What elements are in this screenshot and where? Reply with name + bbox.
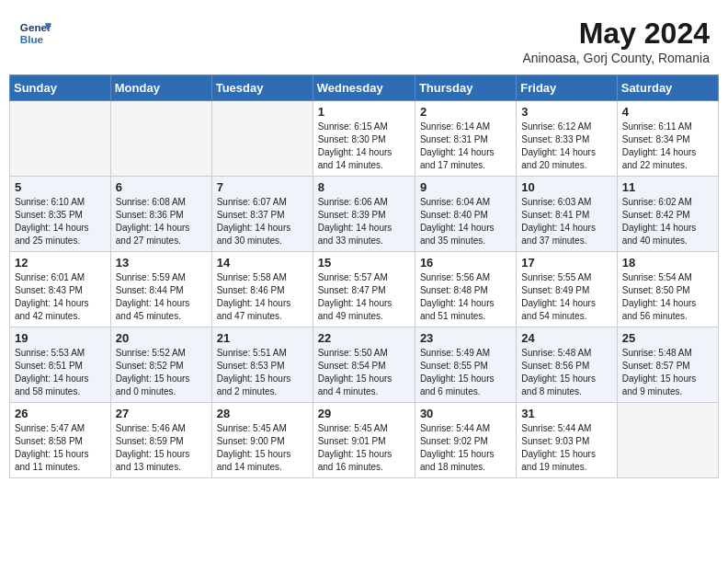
- calendar-day-cell: 13Sunrise: 5:59 AM Sunset: 8:44 PM Dayli…: [110, 252, 211, 327]
- day-number: 5: [15, 180, 106, 194]
- calendar-day-cell: 15Sunrise: 5:57 AM Sunset: 8:47 PM Dayli…: [313, 252, 415, 327]
- day-info: Sunrise: 6:07 AM Sunset: 8:37 PM Dayligh…: [217, 196, 308, 247]
- day-number: 31: [521, 407, 611, 420]
- day-number: 25: [622, 331, 713, 345]
- weekday-header: Friday: [517, 75, 617, 101]
- day-info: Sunrise: 5:50 AM Sunset: 8:54 PM Dayligh…: [318, 347, 410, 398]
- day-info: Sunrise: 5:55 AM Sunset: 8:49 PM Dayligh…: [521, 271, 611, 323]
- day-number: 21: [217, 331, 308, 345]
- day-info: Sunrise: 6:08 AM Sunset: 8:36 PM Dayligh…: [116, 196, 207, 247]
- day-number: 30: [420, 407, 511, 420]
- day-info: Sunrise: 5:44 AM Sunset: 9:03 PM Dayligh…: [521, 422, 611, 474]
- calendar-day-cell: 22Sunrise: 5:50 AM Sunset: 8:54 PM Dayli…: [313, 327, 415, 403]
- calendar-day-cell: 18Sunrise: 5:54 AM Sunset: 8:50 PM Dayli…: [617, 252, 718, 327]
- day-info: Sunrise: 6:10 AM Sunset: 8:35 PM Dayligh…: [15, 196, 106, 247]
- logo: General Blue: [18, 17, 51, 50]
- day-info: Sunrise: 5:47 AM Sunset: 8:58 PM Dayligh…: [15, 422, 106, 474]
- calendar-week-row: 5Sunrise: 6:10 AM Sunset: 8:35 PM Daylig…: [10, 177, 719, 252]
- day-number: 13: [116, 256, 207, 270]
- calendar-day-cell: 12Sunrise: 6:01 AM Sunset: 8:43 PM Dayli…: [10, 252, 111, 327]
- calendar-day-cell: 4Sunrise: 6:11 AM Sunset: 8:34 PM Daylig…: [617, 101, 718, 177]
- day-info: Sunrise: 5:46 AM Sunset: 8:59 PM Dayligh…: [116, 422, 207, 474]
- weekday-header: Saturday: [617, 75, 718, 101]
- weekday-header: Tuesday: [211, 75, 313, 101]
- day-number: 16: [420, 256, 511, 270]
- day-info: Sunrise: 6:06 AM Sunset: 8:39 PM Dayligh…: [318, 196, 410, 247]
- calendar-day-cell: 10Sunrise: 6:03 AM Sunset: 8:41 PM Dayli…: [517, 177, 617, 252]
- day-info: Sunrise: 5:44 AM Sunset: 9:02 PM Dayligh…: [420, 422, 511, 474]
- day-number: 20: [116, 331, 207, 345]
- calendar-day-cell: [617, 403, 718, 478]
- calendar-day-cell: 25Sunrise: 5:48 AM Sunset: 8:57 PM Dayli…: [617, 327, 718, 403]
- weekday-header: Thursday: [415, 75, 516, 101]
- calendar-day-cell: 21Sunrise: 5:51 AM Sunset: 8:53 PM Dayli…: [211, 327, 313, 403]
- day-info: Sunrise: 5:56 AM Sunset: 8:48 PM Dayligh…: [420, 271, 511, 323]
- day-info: Sunrise: 6:02 AM Sunset: 8:42 PM Dayligh…: [622, 196, 713, 247]
- calendar-day-cell: [110, 101, 211, 177]
- day-info: Sunrise: 5:45 AM Sunset: 9:01 PM Dayligh…: [318, 422, 410, 474]
- month-title: May 2024: [522, 17, 710, 51]
- day-info: Sunrise: 5:45 AM Sunset: 9:00 PM Dayligh…: [217, 422, 308, 474]
- day-number: 26: [15, 407, 106, 420]
- calendar-day-cell: 17Sunrise: 5:55 AM Sunset: 8:49 PM Dayli…: [517, 252, 617, 327]
- calendar-day-cell: 30Sunrise: 5:44 AM Sunset: 9:02 PM Dayli…: [415, 403, 516, 478]
- day-info: Sunrise: 5:49 AM Sunset: 8:55 PM Dayligh…: [420, 347, 511, 398]
- day-info: Sunrise: 5:51 AM Sunset: 8:53 PM Dayligh…: [217, 347, 308, 398]
- calendar-day-cell: 3Sunrise: 6:12 AM Sunset: 8:33 PM Daylig…: [517, 101, 617, 177]
- calendar-day-cell: 20Sunrise: 5:52 AM Sunset: 8:52 PM Dayli…: [110, 327, 211, 403]
- weekday-header: Sunday: [10, 75, 111, 101]
- day-number: 27: [116, 407, 207, 420]
- day-number: 17: [521, 256, 611, 270]
- day-number: 14: [217, 256, 308, 270]
- day-info: Sunrise: 5:52 AM Sunset: 8:52 PM Dayligh…: [116, 347, 207, 398]
- day-info: Sunrise: 5:58 AM Sunset: 8:46 PM Dayligh…: [217, 271, 308, 323]
- calendar-week-row: 1Sunrise: 6:15 AM Sunset: 8:30 PM Daylig…: [10, 101, 719, 177]
- day-number: 23: [420, 331, 511, 345]
- day-info: Sunrise: 5:48 AM Sunset: 8:57 PM Dayligh…: [622, 347, 713, 398]
- calendar-week-row: 19Sunrise: 5:53 AM Sunset: 8:51 PM Dayli…: [10, 327, 719, 403]
- calendar-day-cell: 5Sunrise: 6:10 AM Sunset: 8:35 PM Daylig…: [10, 177, 111, 252]
- day-number: 8: [318, 180, 410, 194]
- day-info: Sunrise: 6:11 AM Sunset: 8:34 PM Dayligh…: [622, 121, 713, 172]
- day-number: 12: [15, 256, 106, 270]
- calendar-day-cell: 26Sunrise: 5:47 AM Sunset: 8:58 PM Dayli…: [10, 403, 111, 478]
- day-number: 4: [622, 105, 713, 119]
- calendar-day-cell: [211, 101, 313, 177]
- calendar-day-cell: 6Sunrise: 6:08 AM Sunset: 8:36 PM Daylig…: [110, 177, 211, 252]
- calendar-day-cell: 31Sunrise: 5:44 AM Sunset: 9:03 PM Dayli…: [517, 403, 617, 478]
- day-number: 22: [318, 331, 410, 345]
- calendar-day-cell: 23Sunrise: 5:49 AM Sunset: 8:55 PM Dayli…: [415, 327, 516, 403]
- day-number: 7: [217, 180, 308, 194]
- calendar-day-cell: 1Sunrise: 6:15 AM Sunset: 8:30 PM Daylig…: [313, 101, 415, 177]
- day-info: Sunrise: 5:54 AM Sunset: 8:50 PM Dayligh…: [622, 271, 713, 323]
- day-info: Sunrise: 6:15 AM Sunset: 8:30 PM Dayligh…: [318, 121, 410, 172]
- calendar-day-cell: 16Sunrise: 5:56 AM Sunset: 8:48 PM Dayli…: [415, 252, 516, 327]
- calendar-day-cell: 14Sunrise: 5:58 AM Sunset: 8:46 PM Dayli…: [211, 252, 313, 327]
- day-number: 11: [622, 180, 713, 194]
- page-header: General Blue May 2024 Aninoasa, Gorj Cou…: [9, 9, 719, 69]
- day-number: 3: [521, 105, 611, 119]
- day-number: 9: [420, 180, 511, 194]
- day-info: Sunrise: 6:14 AM Sunset: 8:31 PM Dayligh…: [420, 121, 511, 172]
- day-info: Sunrise: 6:01 AM Sunset: 8:43 PM Dayligh…: [15, 271, 106, 323]
- calendar-week-row: 12Sunrise: 6:01 AM Sunset: 8:43 PM Dayli…: [10, 252, 719, 327]
- day-info: Sunrise: 5:53 AM Sunset: 8:51 PM Dayligh…: [15, 347, 106, 398]
- day-info: Sunrise: 6:12 AM Sunset: 8:33 PM Dayligh…: [521, 121, 611, 172]
- day-info: Sunrise: 6:04 AM Sunset: 8:40 PM Dayligh…: [420, 196, 511, 247]
- day-number: 19: [15, 331, 106, 345]
- logo-icon: General Blue: [18, 17, 51, 50]
- calendar-day-cell: 29Sunrise: 5:45 AM Sunset: 9:01 PM Dayli…: [313, 403, 415, 478]
- location-subtitle: Aninoasa, Gorj County, Romania: [522, 51, 710, 65]
- calendar-day-cell: 7Sunrise: 6:07 AM Sunset: 8:37 PM Daylig…: [211, 177, 313, 252]
- day-number: 15: [318, 256, 410, 270]
- day-info: Sunrise: 6:03 AM Sunset: 8:41 PM Dayligh…: [521, 196, 611, 247]
- calendar-header-row: SundayMondayTuesdayWednesdayThursdayFrid…: [10, 75, 719, 101]
- calendar-day-cell: 28Sunrise: 5:45 AM Sunset: 9:00 PM Dayli…: [211, 403, 313, 478]
- day-number: 29: [318, 407, 410, 420]
- calendar-day-cell: 11Sunrise: 6:02 AM Sunset: 8:42 PM Dayli…: [617, 177, 718, 252]
- day-info: Sunrise: 5:59 AM Sunset: 8:44 PM Dayligh…: [116, 271, 207, 323]
- weekday-header: Monday: [110, 75, 211, 101]
- day-number: 10: [521, 180, 611, 194]
- calendar-day-cell: 27Sunrise: 5:46 AM Sunset: 8:59 PM Dayli…: [110, 403, 211, 478]
- day-info: Sunrise: 5:48 AM Sunset: 8:56 PM Dayligh…: [521, 347, 611, 398]
